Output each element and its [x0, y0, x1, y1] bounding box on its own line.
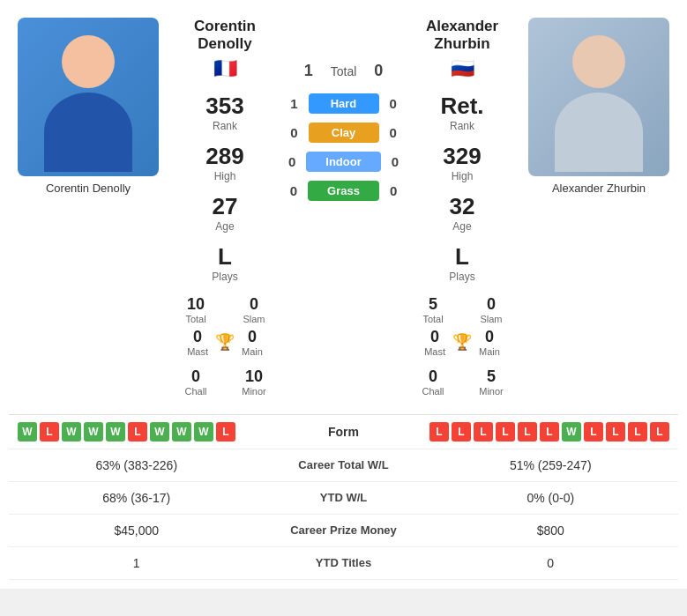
indoor-row: 0 Indoor 0 — [288, 152, 399, 172]
left-chall-value: 0 — [172, 367, 220, 386]
left-high-value: 289 — [205, 143, 243, 170]
hard-left: 1 — [290, 96, 297, 111]
right-mast-stat: 0 Mast — [424, 328, 445, 357]
right-age-value: 32 — [450, 193, 475, 220]
right-total-label: Total — [409, 314, 457, 324]
stat-left-3: 1 — [18, 556, 256, 570]
hard-button[interactable]: Hard — [309, 93, 379, 114]
left-total-stat: 10 Total — [172, 295, 220, 324]
stat-right-2: $800 — [432, 523, 670, 538]
bottom-section: WLWWWLWWWL Form LLLLLLWLLLL 63% (383-226… — [9, 414, 678, 580]
right-high-label: High — [443, 170, 481, 182]
form-badge-left-w: W — [194, 422, 213, 442]
right-face — [572, 35, 625, 88]
right-player-name: Alexander Zhurbin — [426, 18, 498, 54]
form-badge-right-l: L — [474, 422, 493, 442]
top-section: Corentin Denolly Corentin Denolly 🇫🇷 353… — [9, 9, 678, 405]
left-main-stat: 0 Main — [242, 328, 263, 357]
left-high-block: 289 High — [205, 143, 243, 182]
right-body — [555, 93, 643, 172]
right-slam-label: Slam — [467, 314, 515, 324]
right-flag: 🇷🇺 — [451, 57, 474, 80]
right-mast-value: 0 — [424, 328, 445, 346]
left-rank-value: 353 — [205, 93, 243, 120]
right-high-value: 329 — [443, 143, 481, 170]
left-body — [44, 93, 132, 172]
hard-row: 1 Hard 0 — [290, 93, 397, 114]
form-badge-left-w: W — [62, 422, 81, 442]
left-main-value: 0 — [242, 328, 263, 346]
left-player-photo — [18, 18, 159, 176]
right-mini-stats-2: 0 Chall 5 Minor — [409, 367, 515, 397]
left-plays-label: Plays — [212, 271, 237, 283]
stat-left-0: 63% (383-226) — [18, 458, 256, 472]
left-player-stats: Corentin Denolly 🇫🇷 353 Rank 289 High 27… — [168, 18, 282, 397]
left-chall-label: Chall — [172, 386, 220, 397]
right-plays-label: Plays — [449, 271, 474, 283]
right-player-photo — [528, 18, 669, 176]
grass-button[interactable]: Grass — [308, 181, 379, 201]
left-minor-stat: 10 Minor — [230, 367, 278, 397]
indoor-left: 0 — [288, 154, 295, 169]
form-badge-right-l: L — [452, 422, 471, 442]
left-plays-block: L Plays — [212, 243, 237, 283]
left-mini-stats: 10 Total 0 Slam — [172, 295, 278, 324]
stat-label-0: Career Total W/L — [256, 458, 432, 471]
right-form-badges: LLLLLLWLLLL — [397, 422, 670, 442]
form-badge-right-w: W — [562, 422, 581, 442]
grass-right: 0 — [390, 183, 397, 198]
left-rank-label: Rank — [205, 120, 243, 132]
form-badge-right-l: L — [628, 422, 647, 442]
stat-row-2: $45,000 Career Prize Money $800 — [9, 515, 678, 547]
clay-button[interactable]: Clay — [309, 122, 379, 143]
right-total-value: 5 — [409, 295, 457, 314]
left-slam-stat: 0 Slam — [230, 295, 278, 324]
right-minor-value: 5 — [467, 367, 515, 386]
form-badge-right-l: L — [650, 422, 669, 442]
right-high-block: 329 High — [443, 143, 481, 182]
left-form-badges: WLWWWLWWWL — [18, 422, 291, 442]
right-chall-label: Chall — [409, 386, 457, 397]
left-total-value: 10 — [172, 295, 220, 314]
stat-rows-container: 63% (383-226) Career Total W/L 51% (259-… — [9, 449, 678, 580]
stat-right-1: 0% (0-0) — [432, 491, 670, 505]
clay-row: 0 Clay 0 — [290, 122, 397, 143]
stat-left-2: $45,000 — [18, 523, 256, 538]
form-badge-left-l: L — [128, 422, 147, 442]
left-total-label: Total — [172, 314, 220, 324]
stat-label-3: YTD Titles — [256, 556, 432, 569]
right-main-stat: 0 Main — [479, 328, 500, 357]
right-player-name-below: Alexander Zhurbin — [552, 182, 646, 195]
total-right: 0 — [374, 62, 383, 80]
left-plays-value: L — [212, 243, 237, 271]
right-age-label: Age — [450, 220, 475, 233]
right-player-stats: Alexander Zhurbin 🇷🇺 Ret. Rank 329 High … — [405, 18, 519, 397]
left-high-label: High — [205, 170, 243, 182]
left-trophy-row: 0 Mast 🏆 0 Main — [187, 328, 263, 357]
right-rank-block: Ret. Rank — [440, 93, 483, 132]
form-badge-left-l: L — [216, 422, 235, 442]
left-mast-value: 0 — [187, 328, 208, 346]
form-row: WLWWWLWWWL Form LLLLLLWLLLL — [9, 415, 678, 449]
main-container: Corentin Denolly Corentin Denolly 🇫🇷 353… — [0, 0, 687, 589]
right-main-label: Main — [479, 346, 500, 357]
form-label: Form — [291, 425, 397, 439]
stat-label-1: YTD W/L — [256, 491, 432, 504]
left-minor-value: 10 — [230, 367, 278, 386]
left-face — [62, 35, 115, 88]
form-badge-left-w: W — [172, 422, 191, 442]
left-slam-value: 0 — [230, 295, 278, 314]
total-row: 1 Total 0 — [304, 62, 384, 80]
left-player-name-below: Corentin Denolly — [46, 182, 131, 195]
form-badge-right-l: L — [584, 422, 603, 442]
grass-left: 0 — [290, 183, 297, 198]
right-slam-value: 0 — [467, 295, 515, 314]
grass-row: 0 Grass 0 — [290, 181, 398, 201]
right-mast-label: Mast — [424, 346, 445, 357]
form-badge-right-l: L — [606, 422, 625, 442]
hard-right: 0 — [390, 96, 397, 111]
indoor-button[interactable]: Indoor — [306, 152, 380, 172]
right-chall-stat: 0 Chall — [409, 367, 457, 397]
form-badge-left-w: W — [84, 422, 103, 442]
form-badge-left-l: L — [40, 422, 59, 442]
